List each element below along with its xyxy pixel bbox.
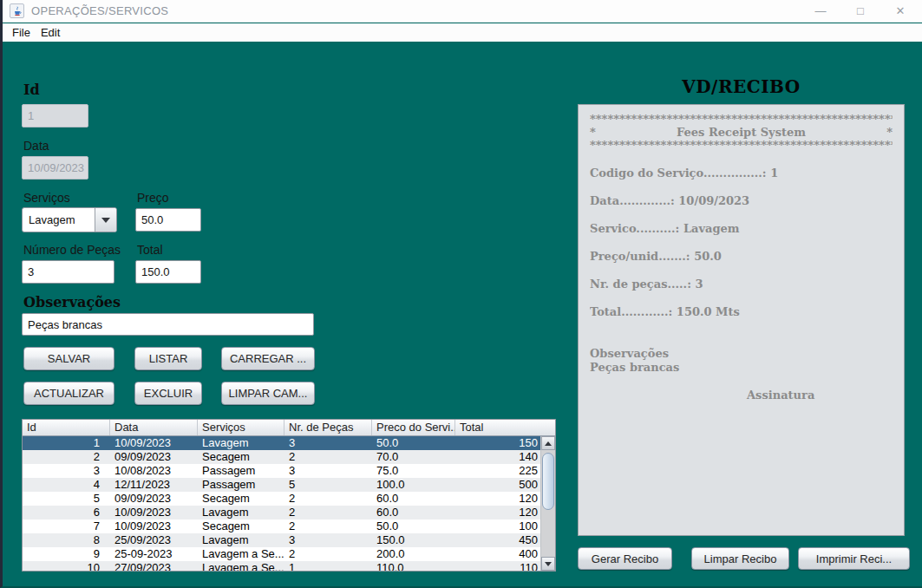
receipt-band: * Fees Receipt System * — [590, 126, 893, 139]
total-label: Total — [137, 243, 163, 257]
cell-id: 1 — [23, 436, 110, 450]
cell-id: 5 — [23, 492, 110, 506]
cell-total: 225 — [455, 464, 540, 478]
table-column-header[interactable]: Id — [23, 420, 110, 435]
table-row[interactable]: 10 27/09/2023 Lavagem a Se... 1 110.0 11… — [23, 561, 540, 571]
cell-total: 140 — [455, 450, 540, 464]
cell-total: 400 — [455, 547, 540, 561]
cell-preco: 75.0 — [372, 464, 455, 478]
table-row[interactable]: 6 10/09/2023 Lavagem 2 60.0 120 — [23, 506, 540, 519]
data-field: 10/09/2023 — [22, 156, 88, 180]
servicos-combobox[interactable]: Lavagem — [22, 207, 117, 232]
total-field[interactable]: 150.0 — [135, 260, 201, 284]
cell-total: 110 — [455, 561, 540, 571]
carregar-button[interactable]: CARREGAR ... — [221, 347, 315, 370]
vertical-scrollbar[interactable] — [540, 436, 555, 571]
cell-nr-pecas: 2 — [284, 506, 372, 519]
id-field: 1 — [22, 104, 88, 127]
cell-nr-pecas: 1 — [284, 561, 372, 571]
cell-total: 450 — [455, 533, 540, 547]
cell-id: 9 — [23, 547, 110, 561]
numero-pecas-label: Número de Peças — [23, 243, 121, 257]
scroll-down-icon[interactable] — [541, 557, 555, 571]
data-label: Data — [23, 139, 49, 153]
cell-data: 09/09/2023 — [110, 450, 198, 464]
cell-servicos: Secagem — [198, 519, 284, 533]
limpar-campos-button[interactable]: LIMPAR CAM... — [221, 382, 315, 405]
preco-field[interactable]: 50.0 — [135, 208, 201, 232]
cell-servicos: Secagem — [198, 450, 284, 464]
menu-file[interactable]: File — [10, 24, 36, 41]
table-column-header[interactable]: Total — [455, 420, 555, 435]
observacoes-label: Observações — [23, 294, 121, 310]
receipt-band-right: * — [886, 126, 893, 139]
receipt-title: VD/RECIBO — [578, 76, 905, 97]
cell-total: 120 — [455, 492, 540, 506]
cell-servicos: Passagem — [198, 464, 284, 478]
menu-edit[interactable]: Edit — [39, 24, 65, 41]
cell-data: 25/09/2023 — [110, 533, 198, 547]
java-coffee-icon — [10, 3, 24, 18]
table-row[interactable]: 1 10/09/2023 Lavagem 3 50.0 150 — [23, 436, 540, 450]
minimize-icon[interactable]: — — [801, 0, 840, 22]
cell-servicos: Lavagem a Se... — [198, 561, 284, 571]
table-row[interactable]: 2 09/09/2023 Secagem 2 70.0 140 — [23, 450, 540, 464]
scrollbar-thumb[interactable] — [542, 453, 554, 510]
close-icon[interactable]: ✕ — [880, 0, 920, 22]
cell-id: 4 — [23, 478, 110, 492]
table-column-header[interactable]: Preco do Servi... — [372, 420, 455, 435]
cell-data: 10/09/2023 — [110, 506, 198, 519]
cell-nr-pecas: 2 — [284, 450, 372, 464]
maximize-icon[interactable]: □ — [840, 0, 880, 22]
cell-servicos: Passagem — [198, 478, 284, 492]
table-column-header[interactable]: Nr. de Peças — [284, 420, 372, 435]
cell-id: 10 — [23, 561, 110, 571]
services-table[interactable]: IdDataServiçosNr. de PeçasPreco do Servi… — [22, 419, 556, 572]
preco-label: Preço — [137, 191, 169, 205]
cell-preco: 60.0 — [372, 492, 455, 506]
id-label: Id — [23, 82, 40, 98]
scroll-up-icon[interactable] — [541, 436, 555, 450]
cell-id: 3 — [23, 464, 110, 478]
table-row[interactable]: 3 10/08/2023 Passagem 3 75.0 225 — [23, 464, 540, 478]
cell-data: 10/09/2023 — [110, 519, 198, 533]
cell-nr-pecas: 3 — [284, 436, 372, 450]
servicos-label: Serviços — [23, 191, 70, 205]
cell-servicos: Lavagem — [198, 436, 284, 450]
window-controls: — □ ✕ — [801, 0, 922, 22]
servicos-selected-value: Lavagem — [23, 208, 95, 232]
app-window: OPERAÇÕES/SERVICOS — □ ✕ File Edit Id 1 … — [0, 0, 922, 588]
table-row[interactable]: 4 12/11/2023 Passagem 5 100.0 500 — [23, 478, 540, 492]
cell-id: 8 — [23, 533, 110, 547]
listar-button[interactable]: LISTAR — [134, 347, 202, 370]
cell-nr-pecas: 3 — [284, 464, 372, 478]
limpar-recibo-button[interactable]: Limpar Recibo — [691, 547, 789, 570]
table-row[interactable]: 7 10/09/2023 Secagem 2 50.0 100 — [23, 519, 540, 533]
table-column-header[interactable]: Data — [110, 420, 198, 435]
cell-preco: 100.0 — [372, 478, 455, 492]
excluir-button[interactable]: EXCLUIR — [134, 382, 202, 405]
receipt-stars-bottom: ****************************************… — [590, 139, 893, 152]
table-header: IdDataServiçosNr. de PeçasPreco do Servi… — [23, 420, 555, 436]
cell-data: 27/09/2023 — [110, 561, 198, 571]
table-row[interactable]: 5 09/09/2023 Secagem 2 60.0 120 — [23, 492, 540, 506]
table-row[interactable]: 8 25/09/2023 Lavagem 3 150.0 450 — [23, 533, 540, 547]
titlebar: OPERAÇÕES/SERVICOS — □ ✕ — [3, 0, 922, 23]
receipt-band-left: * — [590, 126, 596, 139]
cell-servicos: Secagem — [198, 492, 284, 506]
combo-dropdown-button[interactable] — [95, 208, 116, 232]
table-row[interactable]: 9 25-09-2023 Lavagem a Se... 2 200.0 400 — [23, 547, 540, 561]
cell-nr-pecas: 5 — [284, 478, 372, 492]
actualizar-button[interactable]: ACTUALIZAR — [23, 382, 114, 405]
salvar-button[interactable]: SALVAR — [23, 347, 114, 370]
table-column-header[interactable]: Serviços — [198, 420, 284, 435]
cell-preco: 200.0 — [372, 547, 455, 561]
imprimir-recibo-button[interactable]: Imprimir Reci... — [798, 547, 910, 570]
cell-data: 10/09/2023 — [110, 436, 198, 450]
cell-total: 500 — [455, 478, 540, 492]
numero-pecas-field[interactable]: 3 — [22, 260, 114, 284]
gerar-recibo-button[interactable]: Gerar Recibo — [578, 547, 672, 570]
cell-id: 6 — [23, 506, 110, 519]
observacoes-field[interactable]: Peças brancas — [22, 313, 314, 336]
cell-nr-pecas: 2 — [284, 492, 372, 506]
